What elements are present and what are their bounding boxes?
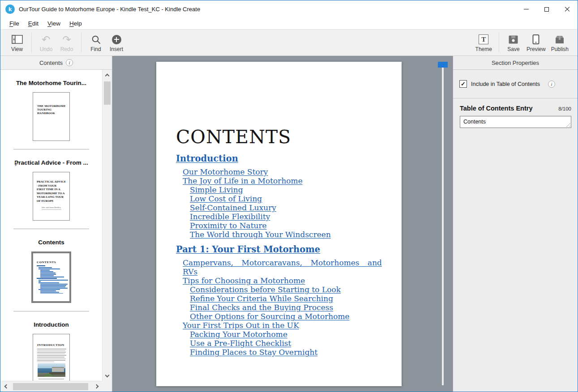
motorhome-in-photo bbox=[52, 367, 64, 372]
page-thumbnail-practical-advice-from[interactable]: PRACTICAL ADVICE- FROM YOURFIRST TIME IN… bbox=[33, 172, 70, 221]
document-scrollbar-track[interactable] bbox=[442, 62, 444, 385]
sidebar-vertical-scrollbar[interactable] bbox=[102, 70, 112, 381]
expand-chevron-icon[interactable] bbox=[14, 160, 17, 167]
maximize-button[interactable] bbox=[536, 0, 557, 18]
publish-button[interactable]: Publish bbox=[548, 30, 571, 55]
redo-icon: ↷ bbox=[62, 34, 71, 46]
thumbnail-cover-text: PRACTICAL ADVICE- FROM YOURFIRST TIME IN… bbox=[33, 172, 69, 203]
undo-icon: ↶ bbox=[42, 34, 50, 46]
sidebar-section-title[interactable]: Contents bbox=[0, 239, 102, 246]
view-panel-icon bbox=[12, 34, 23, 46]
document-scrollbar-thumb[interactable] bbox=[438, 62, 448, 68]
thumbnail-link-line bbox=[40, 288, 68, 289]
thumbnail-link-line bbox=[40, 286, 65, 287]
toc-entry-link[interactable]: Packing Your Motorhome bbox=[190, 330, 287, 339]
toc-entry-link[interactable]: Use a Pre-Flight Checklist bbox=[190, 339, 291, 348]
section-divider bbox=[13, 311, 89, 311]
sidebar-header: Contents bbox=[0, 56, 112, 70]
toc-entry-link[interactable]: The World through Your Windscreen bbox=[190, 230, 331, 239]
toc-entry-link[interactable]: Proximity to Nature bbox=[190, 221, 267, 230]
scrollbar-corner bbox=[102, 381, 112, 392]
toc-entry-link[interactable]: Your First Trips Out in the UK bbox=[183, 321, 299, 330]
toc-entry-input[interactable]: Contents bbox=[460, 116, 571, 128]
scroll-down-arrow[interactable] bbox=[103, 371, 112, 379]
thumbnail-link-line bbox=[40, 290, 56, 291]
vertical-scroll-thumb[interactable] bbox=[104, 81, 111, 105]
thumbnail-cover-text: THE MOTORHOMETOURINGHANDBOOK bbox=[33, 93, 69, 115]
save-button[interactable]: Save bbox=[503, 30, 524, 55]
sidebar-header-label: Contents bbox=[39, 60, 63, 66]
toc-entry-link[interactable]: Simple Living bbox=[190, 185, 243, 194]
sidebar-section-title[interactable]: Introduction bbox=[0, 321, 102, 328]
page-thumbnail-contents[interactable]: CONTENTS bbox=[31, 251, 71, 303]
theme-button[interactable]: Theme bbox=[473, 30, 495, 55]
toc-entry-link[interactable]: Self-Contained Luxury bbox=[190, 203, 276, 212]
section-title-text: Practical Advice - From ... bbox=[14, 159, 88, 166]
section-title-text: Contents bbox=[38, 239, 64, 246]
close-button[interactable] bbox=[557, 0, 578, 18]
menu-bar: FileEditViewHelp bbox=[0, 18, 578, 29]
menu-edit[interactable]: Edit bbox=[24, 20, 43, 27]
toc-entry-link[interactable]: Our Motorhome Story bbox=[183, 167, 268, 176]
section-properties-panel: Section Properties Include in Table of C… bbox=[453, 56, 578, 392]
page-thumbnail-introduction[interactable]: INTRODUCTION bbox=[33, 334, 70, 381]
thumbnail-rule bbox=[42, 209, 61, 210]
sidebar-section-title[interactable]: The Motorhome Tourin... bbox=[0, 80, 102, 86]
thumbnail-photo bbox=[38, 363, 65, 377]
undo-button[interactable]: ↶ Undo bbox=[36, 30, 56, 55]
close-icon bbox=[565, 7, 570, 12]
redo-button[interactable]: ↷ Redo bbox=[56, 30, 77, 55]
thumbnail-link-line bbox=[40, 274, 56, 275]
toc-entry-link[interactable]: Low Cost of Living bbox=[190, 194, 262, 203]
info-icon[interactable] bbox=[66, 59, 73, 66]
page-thumbnail-the-motorhome-tourin[interactable]: THE MOTORHOMETOURINGHANDBOOK bbox=[33, 92, 70, 141]
insert-plus-icon bbox=[112, 34, 121, 46]
toc-entry-link[interactable]: Other Options for Sourcing a Motorhome bbox=[190, 312, 350, 321]
document-page: CONTENTS IntroductionOur Motorhome Story… bbox=[156, 62, 402, 386]
toolbar-separator bbox=[499, 33, 499, 52]
toc-entry-link[interactable]: Final Checks and the Buying Process bbox=[190, 303, 333, 312]
minimize-icon bbox=[524, 9, 529, 9]
find-button[interactable]: Find bbox=[86, 30, 106, 55]
save-floppy-icon bbox=[508, 34, 518, 46]
toc-entry-link[interactable]: Tips for Choosing a Motorhome bbox=[183, 276, 305, 285]
toc-section-link[interactable]: Introduction bbox=[176, 153, 238, 164]
menu-file[interactable]: File bbox=[5, 20, 24, 27]
thumbnail-link-line bbox=[39, 281, 41, 282]
page-title: CONTENTS bbox=[176, 127, 382, 147]
toc-section-link[interactable]: Part 1: Your First Motorhome bbox=[176, 244, 320, 255]
include-in-toc-checkbox[interactable] bbox=[459, 80, 467, 88]
toc-entry-link[interactable]: Considerations before Starting to Look bbox=[190, 285, 341, 294]
window-title: OurTour Guide to Motorhome Europe - Kind… bbox=[19, 6, 200, 13]
sidebar-section-title[interactable]: Practical Advice - From ... bbox=[0, 159, 102, 166]
toc-entry-link[interactable]: The Joy of Life in a Motorhome bbox=[183, 176, 303, 185]
minimize-button[interactable] bbox=[516, 0, 536, 18]
horizontal-scroll-thumb[interactable] bbox=[13, 383, 88, 390]
insert-button[interactable]: Insert bbox=[106, 30, 127, 55]
contents-sidebar: Contents The Motorhome Tourin...THE MOTO… bbox=[0, 56, 112, 392]
info-icon[interactable] bbox=[548, 81, 555, 88]
thumbnail-link-line bbox=[40, 270, 50, 271]
thumbnail-author-text: Julie and Jason Buckley bbox=[38, 206, 65, 209]
thumbnail-link-line bbox=[39, 267, 52, 268]
scroll-right-arrow[interactable] bbox=[91, 381, 101, 392]
thumbnail-link-line bbox=[40, 292, 59, 293]
kindle-create-logo-icon: k bbox=[5, 4, 15, 14]
preview-button[interactable]: Preview bbox=[524, 30, 548, 55]
scroll-up-arrow[interactable] bbox=[103, 71, 112, 80]
section-divider bbox=[13, 229, 89, 229]
toc-entry-link[interactable]: Campervans, Motorcaravans, Motorhomes an… bbox=[183, 258, 382, 276]
scroll-left-arrow[interactable] bbox=[1, 381, 11, 392]
sidebar-horizontal-scrollbar[interactable] bbox=[0, 381, 102, 392]
toc-entry-link[interactable]: Refine Your Criteria While Searching bbox=[190, 294, 333, 303]
menu-help[interactable]: Help bbox=[65, 20, 86, 27]
toc-entry-link[interactable]: Finding Places to Stay Overnight bbox=[190, 348, 317, 357]
thumbnail-link-line bbox=[40, 284, 68, 285]
view-button[interactable]: View bbox=[7, 30, 27, 55]
menu-view[interactable]: View bbox=[43, 20, 65, 27]
toc-entry-link[interactable]: Incredible Flexibility bbox=[190, 212, 270, 221]
thumbnail-link-line bbox=[40, 293, 63, 294]
search-icon bbox=[91, 34, 101, 46]
character-counter: 8/100 bbox=[558, 106, 571, 111]
thumbnail-contents-title: CONTENTS bbox=[37, 260, 69, 264]
